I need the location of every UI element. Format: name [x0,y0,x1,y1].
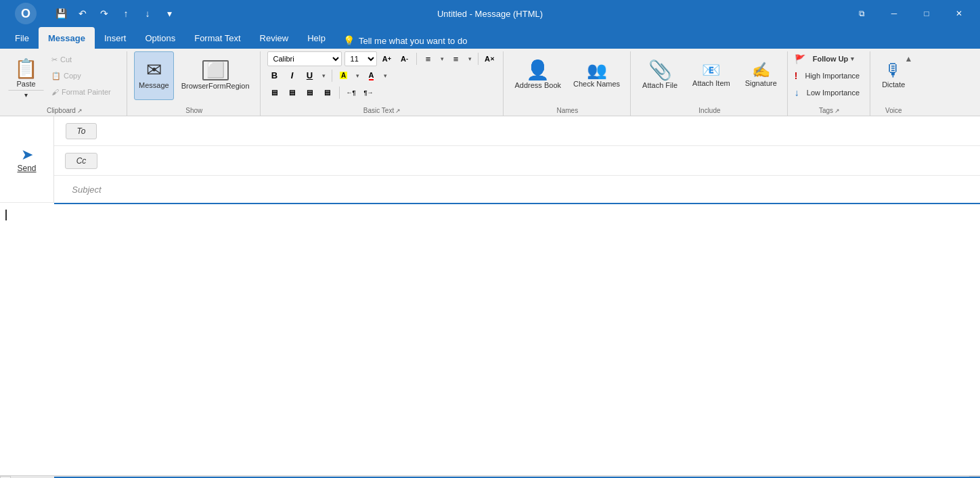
send-label[interactable]: Send [17,164,36,173]
scroll-left-button[interactable]: ◀ [0,476,11,479]
follow-up-row: 🚩 Follow Up ▾ [795,52,864,66]
to-label-area: To [54,123,108,139]
redo-button[interactable]: ↷ [95,4,114,23]
high-importance-button[interactable]: High Importance [800,69,864,82]
format-row-1: Calibri 11 A+ A- ≡ ▾ ≡ ▾ A✕ [267,51,497,66]
align-left-button[interactable]: ▤ [267,85,282,100]
format-row-3: ▤ ▤ ▤ ▤ ←¶ ¶→ [267,85,497,100]
low-importance-label: Low Importance [807,89,860,97]
signature-icon: ✍ [752,63,770,78]
tab-message[interactable]: Message [39,27,95,49]
low-importance-icon: ↓ [795,87,799,98]
undo-button[interactable]: ↶ [73,4,92,23]
attach-file-button[interactable]: 📎 Attach File [638,51,682,100]
rtl-button[interactable]: ←¶ [344,85,359,100]
separator-4 [339,87,340,99]
follow-up-button[interactable]: Follow Up ▾ [808,52,860,66]
number-list-button[interactable]: ≡ [449,51,464,66]
message-icon: ✉ [146,61,162,80]
ltr-button[interactable]: ¶→ [361,85,376,100]
align-center-button[interactable]: ▤ [285,85,300,100]
check-names-label: Check Names [573,80,620,89]
tab-options[interactable]: Options [135,27,185,49]
to-input[interactable] [108,116,980,145]
tell-me-button[interactable]: 💡 Tell me what you want to do [335,32,475,49]
basic-text-expand-icon[interactable]: ↗ [395,107,401,114]
format-painter-button[interactable]: 🖌 Format Painter [47,85,121,99]
dictate-label: Dictate [882,80,905,89]
ribbon-tab-bar: File Message Insert Options Format Text … [0,27,980,49]
align-justify-button[interactable]: ▤ [320,85,335,100]
tab-insert[interactable]: Insert [95,27,136,49]
address-book-button[interactable]: 👤 Address Book [510,51,566,100]
maximize-button[interactable]: □ [911,0,942,27]
low-importance-button[interactable]: Low Importance [802,86,864,99]
signature-button[interactable]: ✍ Signature [740,51,782,100]
tags-group: 🚩 Follow Up ▾ ! High Importance ↓ [789,51,870,116]
underline-dropdown-button[interactable]: ▾ [320,68,328,83]
attach-file-label: Attach File [642,81,677,90]
restore-button[interactable]: ⧉ [846,0,877,27]
up-button[interactable]: ↑ [116,4,135,23]
copy-button[interactable]: 📋 Copy [47,69,121,83]
send-button[interactable]: ➤ Send [17,146,36,173]
close-button[interactable]: ✕ [943,0,975,27]
collapse-ribbon-button[interactable]: ▲ [902,51,916,66]
bold-button[interactable]: B [267,68,282,83]
subject-row: Subject [54,176,980,203]
tab-help[interactable]: Help [298,27,335,49]
more-qat-button[interactable]: ▾ [160,4,179,23]
minimize-button[interactable]: ─ [878,0,910,27]
highlight-dropdown-button[interactable]: ▾ [354,68,361,83]
grow-font-button[interactable]: A+ [380,51,395,66]
cc-input[interactable] [108,146,980,175]
show-group-content: ✉ Message ⬜ BrowserFormRegion [134,51,254,105]
clear-format-button[interactable]: A✕ [483,51,497,66]
save-button[interactable]: 💾 [51,4,70,23]
cut-button[interactable]: ✂ Cut [47,53,121,67]
shrink-font-button[interactable]: A- [397,51,412,66]
font-color-button[interactable]: A [364,68,379,83]
address-book-icon: 👤 [526,61,550,80]
include-group: 📎 Attach File 📧 Attach Item ✍ Signature [632,51,788,116]
high-importance-row: ! High Importance [795,69,864,82]
quick-access-toolbar: 💾 ↶ ↷ ↑ ↓ ▾ [51,4,179,23]
attach-file-icon: 📎 [648,61,672,80]
font-size-select[interactable]: 11 [344,51,377,66]
tags-group-label: Tags ↗ [795,105,864,116]
ribbon-tabs-row: File Message Insert Options Format Text … [5,27,980,49]
font-color-dropdown-button[interactable]: ▾ [382,68,389,83]
bullet-dropdown-button[interactable]: ▾ [439,51,446,66]
italic-button[interactable]: I [285,68,300,83]
low-importance-row: ↓ Low Importance [795,86,864,99]
to-button[interactable]: To [66,123,97,139]
message-view-button[interactable]: ✉ Message [134,51,174,100]
font-family-select[interactable]: Calibri [267,51,342,66]
tab-file[interactable]: File [5,27,39,49]
compose-body[interactable] [0,204,980,475]
clipboard-expand-icon[interactable]: ↗ [77,107,83,114]
tab-format-text[interactable]: Format Text [185,27,250,49]
to-row: To [54,116,980,146]
tags-expand-icon[interactable]: ↗ [834,107,840,114]
basic-text-group-label: Basic Text ↗ [267,105,497,116]
paste-button[interactable]: 📋 Paste [8,51,44,90]
attach-item-container: 📧 Attach Item [688,51,735,100]
voice-group: 🎙 Dictate Voice ▲ [872,51,915,116]
tab-review[interactable]: Review [250,27,298,49]
check-names-button[interactable]: 👥 Check Names [569,51,625,100]
subject-input[interactable] [114,185,975,195]
align-right-button[interactable]: ▤ [303,85,317,100]
underline-button[interactable]: U [303,68,317,83]
highlight-button[interactable]: A [336,68,351,83]
down-button[interactable]: ↓ [138,4,157,23]
outlook-logo: O [5,0,46,27]
check-names-icon: 👥 [587,62,607,78]
cc-button[interactable]: Cc [65,153,98,169]
bullet-list-button[interactable]: ≡ [421,51,436,66]
paste-dropdown-button[interactable]: ▾ [8,90,44,100]
browser-form-button[interactable]: ⬜ BrowserFormRegion [177,51,254,100]
attach-item-button[interactable]: 📧 Attach Item [688,51,735,100]
number-dropdown-button[interactable]: ▾ [466,51,474,66]
cut-label: Cut [60,55,72,64]
